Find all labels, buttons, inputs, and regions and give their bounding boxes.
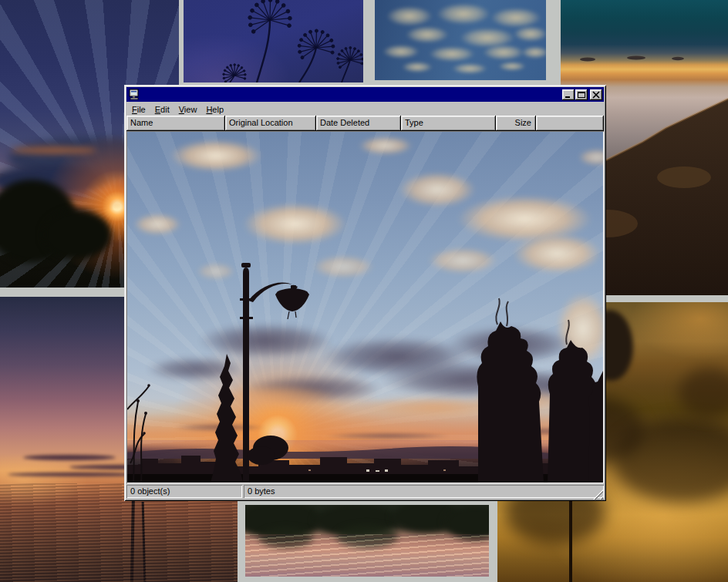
cloud (383, 45, 420, 59)
status-total-size: 0 bytes (244, 485, 604, 498)
cloud (406, 26, 449, 43)
wallpaper-photo-water-reflection (245, 505, 489, 577)
menu-item-help[interactable]: Help (201, 104, 228, 115)
sunset-streetlamp-photo (127, 132, 603, 483)
pole-silhouette (569, 500, 572, 582)
status-bar: 0 object(s) 0 bytes (126, 483, 604, 500)
menu-item-edit[interactable]: Edit (150, 104, 174, 115)
status-object-count: 0 object(s) (126, 485, 242, 498)
file-list-viewport[interactable] (126, 131, 604, 483)
desktop: { "window": { "title": "", "menu": [ {"l… (0, 0, 728, 582)
cloud (490, 8, 541, 28)
maximize-icon (577, 91, 586, 99)
column-header-original-location[interactable]: Original Location (225, 116, 316, 131)
column-header-filler[interactable] (536, 116, 604, 131)
water-pole (142, 502, 147, 582)
column-header-name[interactable]: Name (126, 116, 225, 131)
umbel-plant-silhouettes (184, 0, 363, 82)
close-button[interactable] (590, 89, 602, 100)
minimize-icon (564, 91, 573, 99)
menu-bar: FileEditViewHelp (126, 102, 604, 116)
cloud (402, 62, 433, 72)
cloud (498, 62, 526, 71)
water-pole (130, 492, 135, 582)
minimize-button[interactable] (562, 89, 575, 100)
column-header-type[interactable]: Type (401, 116, 496, 131)
application-icon (128, 89, 140, 100)
menu-item-file[interactable]: File (127, 104, 150, 115)
wallpaper-photo-altocumulus-sky (375, 0, 546, 80)
close-icon (592, 91, 601, 99)
cloud (452, 63, 487, 74)
cloud (514, 26, 546, 42)
maximize-button[interactable] (575, 89, 588, 100)
menu-item-view[interactable]: View (174, 104, 202, 115)
recycle-bin-window: FileEditViewHelp NameOriginal LocationDa… (124, 85, 606, 501)
wallpaper-photo-seed-heads (184, 0, 363, 82)
cloud (436, 3, 490, 25)
cloud (483, 45, 524, 60)
column-header-row: NameOriginal LocationDate DeletedTypeSiz… (126, 116, 604, 131)
cloud (521, 46, 546, 59)
cloud (386, 6, 433, 26)
title-bar[interactable] (126, 87, 604, 102)
column-header-date-deleted[interactable]: Date Deleted (316, 116, 401, 131)
silhouettes-layer (127, 132, 603, 483)
column-header-size[interactable]: Size (496, 116, 536, 131)
cloud (429, 46, 475, 62)
